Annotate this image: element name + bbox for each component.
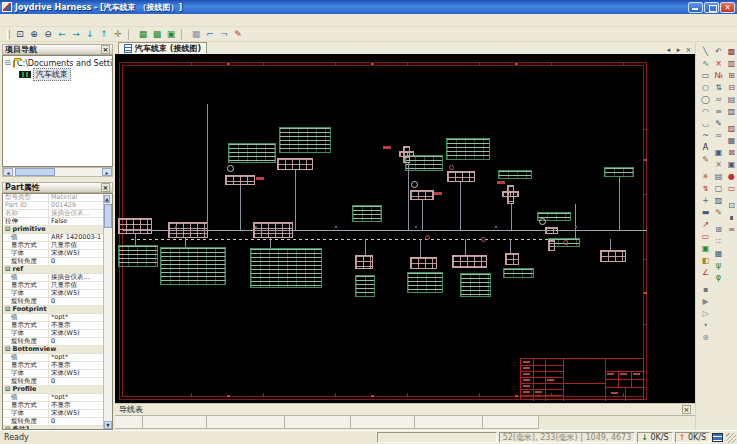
property-row[interactable]: Footprint (3, 306, 103, 314)
property-row[interactable]: 显示方式 不显示 (3, 322, 103, 330)
sign-icon[interactable]: ✎ (713, 118, 725, 130)
separator[interactable] (128, 29, 134, 40)
tree-node-harness[interactable]: 汽车线束 (5, 69, 112, 80)
wire-table-column-header[interactable] (115, 416, 143, 429)
pan-hand-icon[interactable]: ✛ (111, 28, 125, 41)
close-icon[interactable]: × (101, 45, 110, 54)
wire-corner2-icon[interactable]: ¬ (217, 28, 231, 41)
window-tile-icon[interactable]: ▩ (726, 46, 737, 58)
window-fit-icon[interactable]: ▣ (164, 28, 178, 41)
frame-icon[interactable]: ▭ (726, 183, 737, 195)
property-grid[interactable]: 型号类型 Material Part ID 001429 名称 接插合仪表...… (2, 193, 113, 430)
view-mesh-icon[interactable]: ▦ (726, 135, 737, 147)
zoom-window-icon[interactable]: ⊡ (13, 28, 27, 41)
close-icon[interactable]: × (101, 183, 110, 192)
tree-horizontal-scrollbar[interactable]: ◂ ▸ (2, 167, 113, 177)
target-icon[interactable]: ⊡ (726, 200, 737, 212)
property-row[interactable]: 值 *opt* (3, 314, 103, 322)
restore-button[interactable] (704, 2, 719, 13)
renumber-icon[interactable]: № (713, 70, 725, 82)
draw-pencil-icon[interactable]: ✎ (700, 154, 712, 166)
stop-icon[interactable]: ∎ (726, 212, 737, 224)
property-row[interactable]: 名称 接插合仪表... (3, 210, 103, 218)
erase-icon[interactable]: × (713, 159, 725, 171)
property-row[interactable]: 字体 宋体(W5) (3, 410, 103, 418)
minimize-button[interactable] (688, 2, 703, 13)
draw-bolt-icon[interactable]: ↯ (700, 183, 712, 195)
property-row[interactable]: 值 接插合仪表... (3, 274, 103, 282)
view-rows-icon[interactable]: ▤ (726, 94, 737, 106)
property-row[interactable]: 显示方式 不显示 (3, 362, 103, 370)
wire-table-column-header[interactable] (207, 416, 285, 429)
points-icon[interactable]: ∷ (713, 236, 725, 248)
wire-corner-icon[interactable]: ⌐ (203, 28, 217, 41)
draw-rect-icon[interactable]: ▭ (700, 70, 712, 82)
scroll-down-icon[interactable]: ▼ (104, 421, 112, 429)
tab-scroll-prev-icon[interactable]: ◂ (664, 45, 673, 54)
property-row[interactable]: 字体 宋体(W5) (3, 250, 103, 258)
tab-scroll-next-icon[interactable]: ▸ (674, 45, 683, 54)
swap-icon[interactable]: ⇅ (713, 82, 725, 94)
property-row[interactable]: 显示方式 只显示值 (3, 282, 103, 290)
table-icon[interactable]: ⊞ (713, 224, 725, 236)
annotate-pencil-icon[interactable]: ✎ (231, 28, 245, 41)
view-collapse-icon[interactable]: ⊟ (726, 82, 737, 94)
property-row[interactable]: 显示方式 不显示 (3, 402, 103, 410)
property-row[interactable]: 型号类型 Material (3, 194, 103, 202)
zoom-out-icon[interactable]: ⊖ (41, 28, 55, 41)
draw-curve-icon[interactable]: ~ (700, 130, 712, 142)
select-icon[interactable]: ▪ (700, 284, 712, 296)
network-icon[interactable] (712, 433, 723, 442)
origin-icon[interactable]: ⊕ (700, 332, 712, 344)
pan-up-icon[interactable]: ↑ (97, 28, 111, 41)
point-icon[interactable]: • (700, 320, 712, 332)
scrollbar-thumb[interactable] (15, 168, 55, 176)
draw-star-icon[interactable]: ✳ (700, 171, 712, 183)
sheet-icon[interactable]: ▨ (713, 195, 725, 207)
property-row[interactable]: Profile (3, 386, 103, 394)
window-grid-icon[interactable]: ▦ (136, 28, 150, 41)
pan-left-icon[interactable]: ← (55, 28, 69, 41)
property-grid-scrollbar[interactable]: ▲ ▼ (103, 194, 112, 429)
view-fill-icon[interactable]: ▣ (726, 159, 737, 171)
wire-table-column-header[interactable] (415, 416, 483, 429)
property-row[interactable]: 值 *opt* (3, 354, 103, 362)
record-icon[interactable]: ● (726, 171, 737, 183)
run-icon[interactable]: ▶ (700, 296, 712, 308)
fill-color-icon[interactable]: ▣ (700, 243, 712, 255)
tab-harness-wiring-diagram[interactable]: 汽车线束 (接线图) (118, 42, 207, 54)
window-cascade-icon[interactable]: ▥ (726, 58, 737, 70)
scrollbar-thumb[interactable] (104, 204, 112, 228)
toolbar-grip[interactable] (7, 30, 10, 39)
view-grid-icon[interactable]: ⊞ (726, 70, 737, 82)
title-bar[interactable]: Joydrive Harness - [汽车线束 （接线图）] × (0, 0, 737, 14)
grid2-icon[interactable]: ▦ (713, 248, 725, 260)
property-row[interactable]: Part ID 001429 (3, 202, 103, 210)
property-row[interactable]: 值 ARF 1420003-1 (3, 234, 103, 242)
draw-bar-icon[interactable]: ▬ (700, 207, 712, 219)
property-row[interactable]: 显示方式 只显示值 (3, 242, 103, 250)
step-icon[interactable]: ▷ (700, 308, 712, 320)
zoom-in-icon[interactable]: ⊕ (27, 28, 41, 41)
draw-cross-icon[interactable]: + (700, 195, 712, 207)
wire-table-column-header[interactable] (143, 416, 207, 429)
property-row[interactable]: Bottomview (3, 346, 103, 354)
wire-table-column-header[interactable] (483, 416, 539, 429)
pan-down-icon[interactable]: ↓ (83, 28, 97, 41)
property-row[interactable]: 旋转角度 0 (3, 418, 103, 426)
pan-right-icon[interactable]: → (69, 28, 83, 41)
draw-polyline-icon[interactable]: ∿ (700, 58, 712, 70)
draw-region-icon[interactable]: ▭ (700, 231, 712, 243)
list-icon[interactable]: ≡ (713, 106, 725, 118)
marker-icon[interactable]: ∠ (700, 267, 712, 279)
draw-line-icon[interactable]: ╲ (700, 46, 712, 58)
property-row[interactable]: 值 *opt* (3, 394, 103, 402)
collapse-icon[interactable]: ⊟ (5, 60, 11, 67)
property-row[interactable]: 旋转角度 0 (3, 378, 103, 386)
property-row[interactable]: 拉伸 False (3, 218, 103, 226)
ripple-icon[interactable]: ≈ (713, 130, 725, 142)
save-icon[interactable]: ▣ (713, 147, 725, 159)
draw-arc-icon[interactable]: ◠ (700, 106, 712, 118)
probe-icon[interactable]: φ (713, 272, 725, 284)
window-tile-icon[interactable]: ▩ (150, 28, 164, 41)
